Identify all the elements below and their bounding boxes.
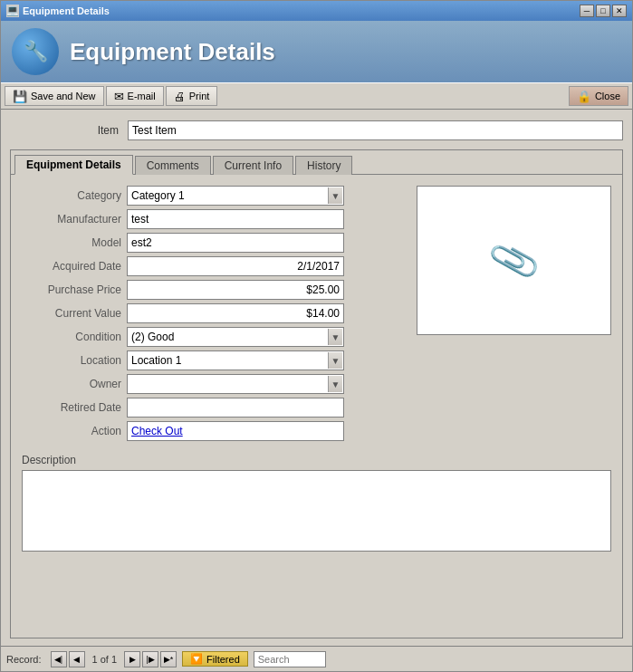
email-icon: ✉ [114,90,124,103]
condition-label: Condition [22,331,121,343]
location-select-wrapper: Location 1 Location 2 Location 3 ▼ [127,350,344,370]
print-label: Print [189,91,210,101]
print-icon: 🖨 [174,90,186,103]
retired-date-input[interactable] [127,398,344,418]
current-value-input[interactable] [127,303,344,323]
purchase-price-input[interactable] [127,280,344,300]
total-records: 1 [111,654,117,665]
item-label: Item [10,124,119,137]
item-input[interactable] [128,120,623,140]
main-window: 💻 Equipment Details ─ □ ✕ 🔧 Equipment De… [0,0,633,672]
close-icon: 🔒 [577,90,591,103]
current-value-label: Current Value [22,307,121,320]
retired-date-label: Retired Date [22,401,121,414]
item-row: Item [10,117,623,144]
title-bar-left: 💻 Equipment Details [6,5,110,17]
tab-body-equipment-details: Category Category 1 Category 2 Category … [11,174,622,638]
check-out-link[interactable]: Check Out [131,425,183,437]
action-row: Action Check Out [22,421,398,441]
current-value-row: Current Value [22,303,398,323]
record-label: Record: [6,654,42,665]
form-grid: Category Category 1 Category 2 Category … [22,186,611,441]
tab-comments[interactable]: Comments [135,156,211,175]
manufacturer-row: Manufacturer [22,209,398,229]
description-label: Description [22,454,611,466]
owner-label: Owner [22,378,121,390]
tab-current-info[interactable]: Current Info [213,156,293,175]
model-label: Model [22,236,121,249]
condition-row: Condition (1) Excellent (2) Good (3) Fai… [22,327,398,347]
status-bar: Record: ◀| ◀ 1 of 1 ▶ |▶ ▶* 🔽 Filtered [1,646,632,671]
first-record-button[interactable]: ◀| [51,651,67,667]
acquired-date-label: Acquired Date [22,260,121,273]
email-button[interactable]: ✉ E-mail [106,86,164,106]
tab-current-info-label: Current Info [225,159,282,172]
action-label: Action [22,425,121,437]
next-record-button[interactable]: ▶ [124,651,140,667]
condition-select[interactable]: (1) Excellent (2) Good (3) Fair (4) Poor [127,327,344,347]
logo-icon: 🔧 [24,40,48,63]
model-row: Model [22,233,398,253]
condition-select-wrapper: (1) Excellent (2) Good (3) Fair (4) Poor… [127,327,344,347]
save-and-new-button[interactable]: 💾 Save and New [5,86,104,106]
header-title: Equipment Details [70,38,275,66]
title-bar: 💻 Equipment Details ─ □ ✕ [1,1,632,21]
search-input[interactable] [254,651,326,667]
purchase-price-label: Purchase Price [22,283,121,296]
category-select-wrapper: Category 1 Category 2 Category 3 ▼ [127,186,344,206]
retired-date-row: Retired Date [22,398,398,418]
filter-badge[interactable]: 🔽 Filtered [182,651,248,667]
header-logo: 🔧 [12,28,59,75]
description-textarea[interactable] [22,470,611,552]
maximize-button[interactable]: □ [596,5,610,17]
owner-select-wrapper: ▼ [127,374,344,394]
prev-record-button[interactable]: ◀ [69,651,85,667]
location-select[interactable]: Location 1 Location 2 Location 3 [127,350,344,370]
acquired-date-input[interactable] [127,256,344,276]
header-bar: 🔧 Equipment Details [1,21,632,82]
location-label: Location [22,354,121,367]
location-row: Location Location 1 Location 2 Location … [22,350,398,370]
minimize-button[interactable]: ─ [580,5,594,17]
tab-equipment-details-label: Equipment Details [26,158,121,171]
tab-equipment-details[interactable]: Equipment Details [14,155,133,175]
tab-comments-label: Comments [147,159,199,172]
print-button[interactable]: 🖨 Print [166,86,218,106]
manufacturer-input[interactable] [127,209,344,229]
window-title: Equipment Details [23,5,110,16]
tab-header: Equipment Details Comments Current Info … [11,150,622,174]
email-label: E-mail [128,91,156,101]
current-record: 1 [92,654,98,665]
save-icon: 💾 [13,90,27,103]
tab-history[interactable]: History [295,156,352,175]
last-record-button[interactable]: |▶ [142,651,158,667]
tab-history-label: History [307,159,340,172]
owner-select[interactable] [127,374,344,394]
window-icon: 💻 [6,5,19,17]
category-row: Category Category 1 Category 2 Category … [22,186,398,206]
record-count: 1 of 1 [87,654,123,665]
of-label: of [101,654,109,665]
paperclip-icon: 📎 [485,233,542,288]
manufacturer-label: Manufacturer [22,213,121,226]
close-button[interactable]: 🔒 Close [569,86,628,106]
save-new-label: Save and New [31,91,96,101]
new-record-button[interactable]: ▶* [160,651,177,667]
record-nav: ◀| ◀ 1 of 1 ▶ |▶ ▶* [51,651,177,667]
main-content: Item Equipment Details Comments Current … [1,110,632,646]
description-section: Description [22,448,611,560]
close-label: Close [595,91,620,101]
photo-box: 📎 [417,186,611,335]
title-bar-controls: ─ □ ✕ [580,5,627,17]
purchase-price-row: Purchase Price [22,280,398,300]
window-close-button[interactable]: ✕ [612,5,627,17]
acquired-date-row: Acquired Date [22,256,398,276]
form-fields: Category Category 1 Category 2 Category … [22,186,398,441]
filter-icon: 🔽 [190,653,203,665]
category-select[interactable]: Category 1 Category 2 Category 3 [127,186,344,206]
filtered-label: Filtered [206,654,240,665]
model-input[interactable] [127,233,344,253]
owner-row: Owner ▼ [22,374,398,394]
tab-control: Equipment Details Comments Current Info … [10,149,623,638]
action-field: Check Out [127,421,344,441]
